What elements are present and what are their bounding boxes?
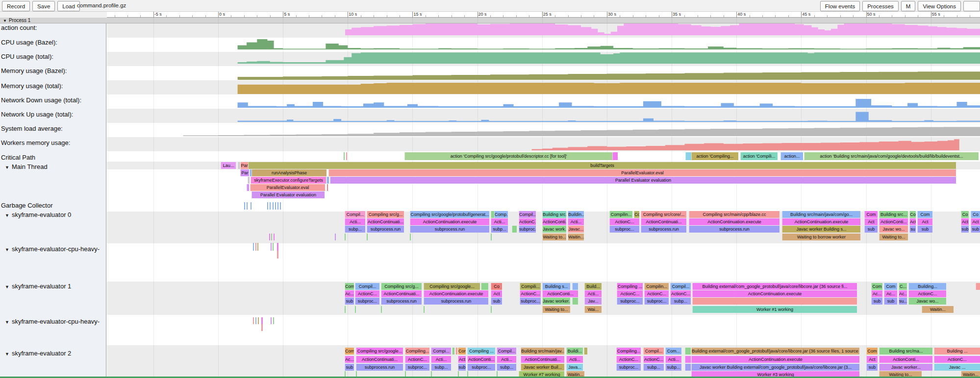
trace-event-bar[interactable]: Compil...: [345, 211, 365, 218]
trace-event-tick[interactable]: [355, 306, 356, 313]
trace-event-bar[interactable]: ActionC...: [934, 356, 980, 363]
track-label-ev1[interactable]: ▼skyframe-evaluator 1: [1, 283, 71, 290]
trace-event-bar[interactable]: subproc...: [405, 364, 429, 371]
counter-area-sys_load[interactable]: [183, 127, 980, 136]
trace-event-tick[interactable]: [269, 234, 270, 240]
trace-event-bar[interactable]: Compiling src/google...: [356, 348, 403, 354]
trace-event-tick[interactable]: [244, 202, 245, 210]
trace-event-bar[interactable]: Build...: [584, 283, 602, 290]
trace-event-bar[interactable]: Compilin...: [644, 283, 669, 290]
trace-event-tick[interactable]: [261, 324, 263, 331]
trace-event-bar[interactable]: Waiting to...: [542, 306, 570, 313]
trace-event-bar[interactable]: Act: [458, 356, 466, 363]
trace-event-bar[interactable]: Compiling src/g...: [381, 283, 422, 290]
trace-event-bar[interactable]: Building src/main/java/com/go...: [782, 211, 860, 218]
trace-event-bar[interactable]: Par: [240, 169, 249, 176]
trace-event-bar[interactable]: ActionC...: [643, 356, 664, 363]
trace-event-bar[interactable]: subp...: [665, 364, 681, 371]
trace-event-bar[interactable]: Javac wo...: [879, 226, 908, 233]
trace-event-bar[interactable]: sub: [884, 298, 897, 305]
trace-event-bar[interactable]: ActionC...: [519, 218, 536, 225]
trace-event-bar[interactable]: ParallelEvaluator.eval: [328, 169, 956, 176]
trace-event-tick[interactable]: [612, 152, 618, 160]
trace-event-bar[interactable]: Compil...: [519, 211, 536, 218]
counter-area-workers[interactable]: [532, 139, 959, 150]
track-label-ev0[interactable]: ▼skyframe-evaluator 0: [1, 211, 71, 218]
trace-event-bar[interactable]: subprocess.run: [424, 298, 488, 305]
trace-event-bar[interactable]: subproc...: [519, 226, 536, 233]
trace-event-bar[interactable]: sub: [917, 226, 932, 233]
counter-area-cpu_bazel[interactable]: [238, 39, 980, 49]
trace-event-bar[interactable]: Act: [864, 218, 878, 225]
trace-event-bar[interactable]: Waitin...: [568, 234, 584, 240]
trace-event-bar[interactable]: Javac...: [568, 226, 584, 233]
trace-event-bar[interactable]: Ac...: [345, 290, 354, 297]
trace-event-bar[interactable]: Compiling ...: [617, 283, 643, 290]
trace-event-bar[interactable]: subproc...: [520, 298, 541, 305]
trace-event-bar[interactable]: ActionC...: [405, 356, 429, 363]
trace-event-bar[interactable]: Co: [961, 211, 969, 218]
trace-event-bar[interactable]: Acti...: [431, 356, 451, 363]
trace-event-bar[interactable]: Javac ...: [934, 364, 980, 371]
trace-event-bar[interactable]: Building s...: [542, 283, 570, 290]
trace-event-bar[interactable]: subp...: [491, 226, 508, 233]
trace-event-bar[interactable]: Acti...: [584, 290, 602, 297]
trace-event-bar[interactable]: ActionC...: [617, 290, 643, 297]
trace-event-tick[interactable]: [273, 243, 274, 251]
trace-event-bar[interactable]: skyframeExecutor.configureTargets: [251, 177, 326, 184]
trace-event-bar[interactable]: ActionC...: [644, 290, 669, 297]
trace-event-bar[interactable]: ActionContinuati...: [381, 290, 422, 297]
trace-event-bar[interactable]: Com: [345, 348, 354, 354]
counter-area-action[interactable]: [345, 24, 980, 35]
trace-event-bar[interactable]: Act: [909, 218, 916, 225]
trace-event-bar[interactable]: subproc...: [609, 226, 639, 233]
trace-event-bar[interactable]: subprocess.run: [381, 298, 422, 305]
trace-event-tick[interactable]: [976, 283, 980, 290]
trace-event-bar[interactable]: Lau...: [221, 162, 236, 169]
trace-event-bar[interactable]: Building external/com_google_protobuf/ja…: [692, 283, 857, 290]
trace-event-tick[interactable]: [512, 226, 517, 233]
trace-event-bar[interactable]: Compilin...: [609, 211, 632, 218]
trace-event-tick[interactable]: [491, 211, 494, 218]
trace-event-bar[interactable]: Com: [864, 211, 878, 218]
trace-event-bar[interactable]: Javac worker Building s...: [782, 226, 860, 233]
trace-event-bar[interactable]: subproc...: [617, 298, 643, 305]
trace-event-bar[interactable]: Parallel Evaluator evaluation: [330, 177, 956, 184]
counter-area-mem_total[interactable]: [238, 83, 980, 94]
trace-event-bar[interactable]: Parallel Evaluator evaluation: [251, 191, 325, 198]
trace-event-tick[interactable]: [267, 202, 268, 210]
trace-event-bar[interactable]: Javac worker Buil...: [521, 364, 564, 371]
trace-event-tick[interactable]: [685, 364, 691, 371]
trace-event-tick[interactable]: [253, 317, 254, 324]
trace-event-bar[interactable]: Building...: [908, 283, 946, 290]
trace-event-tick[interactable]: [410, 234, 411, 240]
trace-event-bar[interactable]: sub: [345, 364, 354, 371]
trace-event-tick[interactable]: [491, 306, 492, 313]
trace-event-bar[interactable]: Act: [491, 290, 502, 297]
trace-event-bar[interactable]: Compil...: [670, 283, 691, 290]
trace-event-bar[interactable]: Com: [866, 348, 878, 354]
trace-event-bar[interactable]: Ac...: [871, 290, 882, 297]
trace-event-bar[interactable]: ActionC...: [609, 218, 639, 225]
counter-area-net_down[interactable]: [238, 99, 980, 108]
trace-event-tick[interactable]: [275, 202, 276, 210]
trace-event-bar[interactable]: Javac work...: [542, 226, 566, 233]
trace-event-bar[interactable]: ActionContinuati...: [641, 218, 686, 225]
trace-event-bar[interactable]: Acti...: [497, 356, 516, 363]
trace-event-bar[interactable]: ActionConti...: [467, 356, 495, 363]
trace-event-tick[interactable]: [261, 317, 263, 324]
trace-event-bar[interactable]: subprocess.run: [356, 364, 403, 371]
trace-event-bar[interactable]: ActionConti...: [879, 218, 908, 225]
trace-event-tick[interactable]: [572, 283, 578, 290]
trace-event-bar[interactable]: ActionC...: [616, 356, 641, 363]
trace-event-tick[interactable]: [271, 234, 272, 240]
trace-event-bar[interactable]: Compil...: [643, 348, 664, 354]
trace-event-tick[interactable]: [277, 202, 278, 210]
trace-event-bar[interactable]: runAnalysisPhase: [251, 169, 327, 176]
trace-event-bar[interactable]: Waiting to...: [879, 234, 908, 240]
trace-event-tick[interactable]: [248, 177, 250, 184]
trace-event-tick[interactable]: [367, 234, 368, 240]
trace-event-tick[interactable]: [271, 243, 272, 251]
trace-event-bar[interactable]: Com: [345, 283, 354, 290]
trace-event-bar[interactable]: subprocess.run: [641, 226, 686, 233]
